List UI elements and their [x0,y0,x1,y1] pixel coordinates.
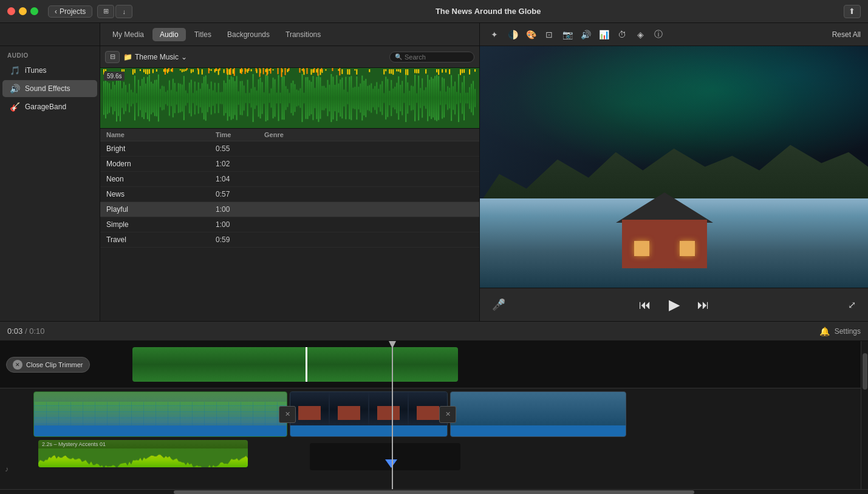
sidebar-item-itunes[interactable]: 🎵 iTunes [2,62,97,79]
track-list-header: Name Time Genre [100,129,479,141]
toolbar-icons: ✦ 🌓 🎨 ⊡ 📷 🔊 📊 ⏱ ◈ ⓘ [487,27,666,42]
sidebar-item-sound-effects[interactable]: 🔊 Sound Effects [2,80,97,97]
microphone-button[interactable]: 🎤 [492,298,505,311]
folder-icon: 📁 [123,53,132,61]
video-preview [480,46,868,288]
sidebar-toggle-button[interactable]: ⊟ [105,51,120,63]
share-button[interactable]: ⬆ [844,5,861,18]
sidebar-top-spacer [0,23,100,46]
folder-selector[interactable]: 📁 Theme Music ⌄ [123,53,187,61]
track-row-playful[interactable]: Playful 1:00 [100,202,479,217]
video-clip-map[interactable] [33,391,287,437]
tab-transitions[interactable]: Transitions [278,28,328,41]
close-button[interactable] [7,7,15,15]
track-name-neon: Neon [100,175,210,183]
transition-icon-1[interactable]: ✕ [279,406,296,423]
skip-forward-button[interactable]: ⏭ [694,295,713,314]
search-box[interactable]: 🔍 [389,52,474,63]
track-row-travel[interactable]: Travel 0:59 [100,232,479,248]
track-row-modern[interactable]: Modern 1:02 [100,157,479,172]
playback-controls: 🎤 ⏮ ▶ ⏭ ⤢ [480,288,868,321]
track-row-simple[interactable]: Simple 1:00 [100,217,479,232]
audio-track-row: 2.2s – Mystery Accents 01 ♪ [0,440,861,473]
sidebar-item-garageband[interactable]: 🎸 GarageBand [2,98,97,115]
music-note-icon: ♪ [5,465,9,473]
volume-icon[interactable]: 🔊 [578,27,593,42]
tab-titles[interactable]: Titles [187,28,219,41]
timeline-horizontal-scrollbar[interactable] [0,489,868,494]
reset-all-button[interactable]: Reset All [832,30,861,39]
video-clip-waterfall[interactable] [450,391,626,437]
speedometer-icon[interactable]: ⏱ [615,27,629,42]
track-time-travel: 0:59 [210,235,258,244]
settings-button[interactable]: Settings [835,327,861,336]
track-time-neon: 1:04 [210,175,258,183]
video-clips-container: ✕ ✕ [33,391,861,437]
track-name-bright: Bright [100,144,210,153]
cabin-thumb-3 [369,392,408,427]
track-time-bright: 0:55 [210,144,258,153]
trimmer-clip-left[interactable] [132,347,306,382]
color-balance-icon[interactable]: 🌓 [505,27,520,42]
clip-audio-bar-1 [34,425,287,436]
cabin-body [622,220,707,268]
col-header-time: Time [210,131,258,138]
close-clip-trimmer-button[interactable]: ✕ Close Clip Trimmer [6,357,90,373]
minimize-button[interactable] [19,7,27,15]
track-name-simple: Simple [100,220,210,229]
audio-clip-mystery[interactable]: 2.2s – Mystery Accents 01 [38,440,248,467]
grid-view-button[interactable]: ⊞ [97,5,114,18]
browser-toolbar: ⊟ 📁 Theme Music ⌄ 🔍 [100,46,479,68]
track-name-modern: Modern [100,160,210,168]
sidebar-itunes-label: iTunes [25,66,47,75]
play-button[interactable]: ▶ [665,295,684,314]
track-row-bright[interactable]: Bright 0:55 [100,141,479,157]
video-track-row: ✕ ✕ [0,388,861,440]
filter-icon[interactable]: ◈ [633,27,648,42]
tab-audio[interactable]: Audio [152,28,186,41]
back-projects-button[interactable]: ‹ Projects [48,5,92,18]
traffic-lights [7,7,38,15]
search-input[interactable] [405,53,469,61]
audio-section-label: AUDIO [0,46,100,61]
sort-button[interactable]: ↓ [115,5,132,18]
track-row-news[interactable]: News 0:57 [100,187,479,202]
cabin-thumb-2 [330,392,368,427]
clip-audio-bar-3 [451,425,626,436]
clip-trimmer-row: ✕ Close Clip Trimmer [0,341,861,388]
sidebar-sound-effects-label: Sound Effects [25,84,70,93]
tab-backgrounds[interactable]: Backgrounds [220,28,277,41]
timeline-right: 🔔 Settings [819,327,861,336]
track-list: Name Time Genre Bright 0:55 Modern 1:02 … [100,129,479,321]
skip-back-button[interactable]: ⏮ [635,295,655,314]
scrollbar-thumb-h[interactable] [174,490,694,494]
crop-icon[interactable]: ⊡ [542,27,556,42]
camera-icon[interactable]: 📷 [560,27,575,42]
chevron-left-icon: ‹ [55,7,57,16]
fullscreen-button[interactable] [30,7,38,15]
playhead-marker-bottom [385,459,397,468]
magic-wand-icon[interactable]: ✦ [487,27,502,42]
titlebar-right: ⬆ [844,5,861,18]
tab-my-media[interactable]: My Media [105,28,151,41]
video-placeholder [480,46,868,288]
track-row-neon[interactable]: Neon 1:04 [100,172,479,187]
expand-button[interactable]: ⤢ [848,299,856,311]
info-icon[interactable]: ⓘ [651,27,666,42]
clip-audio-bar-2 [290,425,447,436]
cabin-thumb-1 [290,392,329,427]
track-name-news: News [100,190,210,198]
vertical-scrollbar[interactable] [861,341,868,489]
cabin-window-right [680,241,695,256]
window-title: The News Around the Globe [436,7,541,16]
scrollbar-thumb[interactable] [863,353,867,390]
browser-area: ⊟ 📁 Theme Music ⌄ 🔍 59.6s [100,46,479,321]
col-header-genre: Genre [258,131,331,138]
chart-icon[interactable]: 📊 [596,27,611,42]
timeline-content: ✕ Close Clip Trimmer [0,341,868,489]
video-clip-cabin[interactable] [290,391,448,437]
folder-name: Theme Music [135,53,179,61]
trimmer-clip-right[interactable] [307,347,458,382]
transition-icon-2[interactable]: ✕ [439,406,456,423]
palette-icon[interactable]: 🎨 [524,27,538,42]
